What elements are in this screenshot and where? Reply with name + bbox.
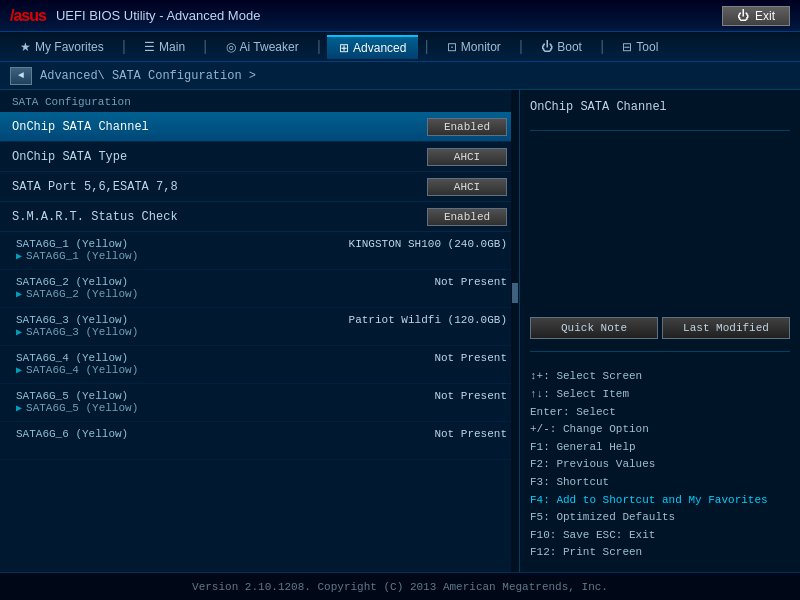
drive-arrow-sata6g3: ▶: [16, 326, 22, 338]
tweaker-icon: ◎: [226, 40, 236, 54]
drive-label-sata6g5: SATA6G_5 (Yellow): [16, 390, 128, 402]
nav-item-favorites[interactable]: ★ My Favorites: [8, 36, 116, 58]
config-item-smart[interactable]: S.M.A.R.T. Status Check Enabled: [0, 202, 519, 232]
config-label-onchip-sata-channel: OnChip SATA Channel: [12, 120, 427, 134]
config-label-sata-port: SATA Port 5,6,ESATA 7,8: [12, 180, 427, 194]
drive-arrow-sata6g2: ▶: [16, 288, 22, 300]
drive-label-sata6g4: SATA6G_4 (Yellow): [16, 352, 128, 364]
breadcrumb-bar: ◄ Advanced\ SATA Configuration >: [0, 62, 800, 90]
drive-sub-sata6g4: SATA6G_4 (Yellow): [26, 364, 138, 376]
left-panel: SATA Configuration OnChip SATA Channel E…: [0, 90, 520, 572]
main-content: SATA Configuration OnChip SATA Channel E…: [0, 90, 800, 572]
drive-label-sata6g6: SATA6G_6 (Yellow): [16, 428, 128, 440]
drive-item-sata6g2[interactable]: SATA6G_2 (Yellow) Not Present ▶ SATA6G_2…: [0, 270, 519, 308]
button-row: Quick Note Last Modified: [530, 317, 790, 339]
config-item-onchip-sata-type[interactable]: OnChip SATA Type AHCI: [0, 142, 519, 172]
drive-item-sata6g3[interactable]: SATA6G_3 (Yellow) Patriot Wildfi (120.0G…: [0, 308, 519, 346]
keybind-divider: [530, 351, 790, 352]
help-title: OnChip SATA Channel: [530, 100, 790, 114]
drive-arrow-sata6g1: ▶: [16, 250, 22, 262]
footer: Version 2.10.1208. Copyright (C) 2013 Am…: [0, 572, 800, 600]
exit-button[interactable]: ⏻ Exit: [722, 6, 790, 26]
nav-sep-2: |: [201, 39, 209, 55]
keybind-select-item: ↑↓: Select Item: [530, 386, 790, 404]
keybind-change-option: +/-: Change Option: [530, 421, 790, 439]
nav-item-monitor[interactable]: ⊡ Monitor: [435, 36, 513, 58]
boot-icon: ⏻: [541, 40, 553, 54]
drive-item-sata6g6[interactable]: SATA6G_6 (Yellow) Not Present: [0, 422, 519, 460]
drive-arrow-sata6g5: ▶: [16, 402, 22, 414]
keybind-f1: F1: General Help: [530, 439, 790, 457]
keybind-f2: F2: Previous Values: [530, 456, 790, 474]
nav-sep-6: |: [598, 39, 606, 55]
title-bar-left: /asus UEFI BIOS Utility - Advanced Mode: [10, 7, 260, 25]
config-value-sata-port[interactable]: AHCI: [427, 178, 507, 196]
footer-text: Version 2.10.1208. Copyright (C) 2013 Am…: [192, 581, 608, 593]
drive-value-sata6g4: Not Present: [434, 352, 507, 364]
scrollbar[interactable]: [511, 90, 519, 572]
config-label-onchip-sata-type: OnChip SATA Type: [12, 150, 427, 164]
config-value-smart[interactable]: Enabled: [427, 208, 507, 226]
nav-bar: ★ My Favorites | ☰ Main | ◎ Ai Tweaker |…: [0, 32, 800, 62]
keybind-f5: F5: Optimized Defaults: [530, 509, 790, 527]
drive-value-sata6g2: Not Present: [434, 276, 507, 288]
nav-sep-3: |: [315, 39, 323, 55]
config-value-onchip-sata-type[interactable]: AHCI: [427, 148, 507, 166]
keybind-f3: F3: Shortcut: [530, 474, 790, 492]
advanced-icon: ⊞: [339, 41, 349, 55]
drive-item-sata6g5[interactable]: SATA6G_5 (Yellow) Not Present ▶ SATA6G_5…: [0, 384, 519, 422]
last-modified-button[interactable]: Last Modified: [662, 317, 790, 339]
monitor-icon: ⊡: [447, 40, 457, 54]
tool-icon: ⊟: [622, 40, 632, 54]
drive-value-sata6g3: Patriot Wildfi (120.0GB): [349, 314, 507, 326]
nav-sep-1: |: [120, 39, 128, 55]
nav-sep-4: |: [422, 39, 430, 55]
drive-label-sata6g1: SATA6G_1 (Yellow): [16, 238, 128, 250]
config-label-smart: S.M.A.R.T. Status Check: [12, 210, 427, 224]
asus-logo: /asus: [10, 7, 46, 25]
nav-item-main[interactable]: ☰ Main: [132, 36, 197, 58]
config-value-onchip-sata-channel[interactable]: Enabled: [427, 118, 507, 136]
drive-sub-sata6g2: SATA6G_2 (Yellow): [26, 288, 138, 300]
drive-sub-sata6g1: SATA6G_1 (Yellow): [26, 250, 138, 262]
keybind-select-screen: ↕+: Select Screen: [530, 368, 790, 386]
scroll-thumb: [512, 283, 518, 303]
drive-arrow-sata6g4: ▶: [16, 364, 22, 376]
section-label: SATA Configuration: [0, 90, 519, 112]
drive-value-sata6g1: KINGSTON SH100 (240.0GB): [349, 238, 507, 250]
config-item-onchip-sata-channel[interactable]: OnChip SATA Channel Enabled: [0, 112, 519, 142]
config-item-sata-port[interactable]: SATA Port 5,6,ESATA 7,8 AHCI: [0, 172, 519, 202]
keybind-f4: F4: Add to Shortcut and My Favorites: [530, 492, 790, 510]
quick-note-button[interactable]: Quick Note: [530, 317, 658, 339]
breadcrumb: Advanced\ SATA Configuration >: [40, 69, 256, 83]
back-button[interactable]: ◄: [10, 67, 32, 85]
app-title: UEFI BIOS Utility - Advanced Mode: [56, 8, 260, 23]
keybind-section: ↕+: Select Screen ↑↓: Select Item Enter:…: [530, 368, 790, 562]
nav-item-tool[interactable]: ⊟ Tool: [610, 36, 670, 58]
nav-sep-5: |: [517, 39, 525, 55]
right-panel: OnChip SATA Channel Quick Note Last Modi…: [520, 90, 800, 572]
title-bar: /asus UEFI BIOS Utility - Advanced Mode …: [0, 0, 800, 32]
nav-item-aitweaker[interactable]: ◎ Ai Tweaker: [214, 36, 311, 58]
keybind-f10: F10: Save ESC: Exit: [530, 527, 790, 545]
power-icon: ⏻: [737, 9, 749, 23]
nav-item-advanced[interactable]: ⊞ Advanced: [327, 35, 418, 59]
drive-label-sata6g2: SATA6G_2 (Yellow): [16, 276, 128, 288]
keybind-enter: Enter: Select: [530, 404, 790, 422]
drive-item-sata6g1[interactable]: SATA6G_1 (Yellow) KINGSTON SH100 (240.0G…: [0, 232, 519, 270]
help-divider: [530, 130, 790, 131]
star-icon: ★: [20, 40, 31, 54]
drive-item-sata6g4[interactable]: SATA6G_4 (Yellow) Not Present ▶ SATA6G_4…: [0, 346, 519, 384]
drive-label-sata6g3: SATA6G_3 (Yellow): [16, 314, 128, 326]
main-icon: ☰: [144, 40, 155, 54]
drive-sub-sata6g3: SATA6G_3 (Yellow): [26, 326, 138, 338]
keybind-f12: F12: Print Screen: [530, 544, 790, 562]
nav-item-boot[interactable]: ⏻ Boot: [529, 36, 594, 58]
drive-value-sata6g5: Not Present: [434, 390, 507, 402]
drive-value-sata6g6: Not Present: [434, 428, 507, 440]
drive-sub-sata6g5: SATA6G_5 (Yellow): [26, 402, 138, 414]
